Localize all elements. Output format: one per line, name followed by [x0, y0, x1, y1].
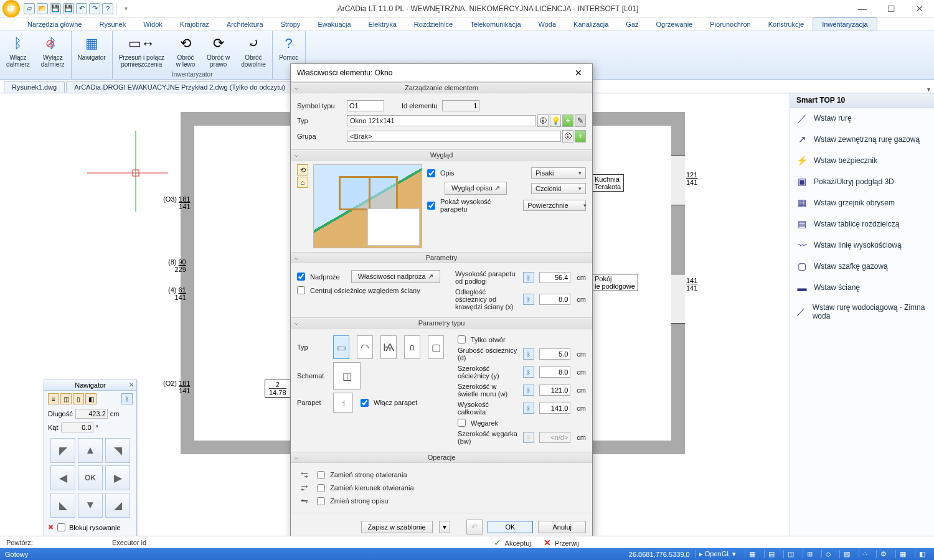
smart-item-9[interactable]: ／Wstaw rurę wodociągową - Zimna woda	[790, 298, 934, 325]
group-add-icon[interactable]: +	[575, 130, 586, 142]
status-icon-1[interactable]: ▦	[745, 550, 759, 558]
type-add-icon[interactable]: +	[562, 114, 573, 127]
nav-dir-s[interactable]: ▼	[78, 493, 103, 518]
lock-drawing-checkbox[interactable]	[57, 523, 65, 531]
help-button[interactable]: ? Pomoc	[275, 32, 303, 62]
opis-checkbox[interactable]	[427, 169, 435, 177]
sill-height-input[interactable]	[539, 272, 570, 283]
doc-tab-1[interactable]: Rysunek1.dwg	[4, 81, 65, 93]
preview-mode-3d-icon[interactable]: ⟲	[297, 164, 308, 175]
qat-undo-icon[interactable]: ↶	[76, 3, 87, 14]
lintel-checkbox[interactable]	[297, 273, 305, 281]
win-type-3[interactable]: Ѩ	[380, 335, 397, 359]
qat-print-icon[interactable]: 💾	[63, 3, 74, 14]
dialog-close-icon[interactable]: ✕	[571, 68, 586, 78]
smart-item-4[interactable]: ▦Wstaw grzejnik obrysem	[790, 192, 934, 213]
rotate-free-button[interactable]: ⤾ Obróćdowolnie	[237, 32, 269, 69]
ok-button[interactable]: OK	[488, 521, 534, 533]
window-schema-thumb[interactable]: ◫	[333, 362, 361, 390]
menu-stropy[interactable]: Stropy	[272, 18, 309, 30]
desc-appearance-button[interactable]: Wygląd opisu ↗	[445, 182, 507, 195]
group-info-icon[interactable]: 🛈	[562, 130, 573, 142]
enable-rangefinder-button[interactable]: ᛒ Włączdalmierz	[2, 32, 34, 69]
rotate-right-button[interactable]: ⟳ Obróć wprawo	[203, 32, 234, 69]
section-parameters[interactable]: ⌵Parametry	[291, 253, 592, 263]
win-type-5[interactable]: ▢	[428, 335, 444, 359]
menu-architektura[interactable]: Architektura	[218, 18, 272, 30]
nav-dir-ne[interactable]: ◥	[105, 438, 130, 463]
smart-item-3[interactable]: ▣Pokaż/Ukryj podgląd 3D	[790, 171, 934, 192]
length-input[interactable]	[75, 409, 108, 419]
menu-piorunochron[interactable]: Piorunochron	[701, 18, 759, 30]
preview-mode-home-icon[interactable]: ⌂	[297, 177, 308, 188]
qat-help-icon[interactable]: ?	[102, 3, 113, 14]
smart-item-5[interactable]: ▤Wstaw tablicę rozdzielczą	[790, 213, 934, 235]
nav-dir-se[interactable]: ◢	[105, 493, 130, 518]
total-height-input[interactable]	[539, 403, 570, 414]
section-element-mgmt[interactable]: ⌵Zarządzanie elementem	[291, 83, 592, 93]
link-icon[interactable]: ᛒ	[523, 294, 534, 305]
accept-link[interactable]: Akceptuj	[505, 539, 531, 547]
pens-dropdown[interactable]: Pisaki	[531, 167, 586, 179]
menu-gaz[interactable]: Gaz	[617, 18, 647, 30]
status-icon-5[interactable]: ◇	[821, 550, 834, 558]
smart-item-2[interactable]: ⚡Wstaw bezpiecznik	[790, 150, 934, 171]
nav-dir-e[interactable]: ▶	[105, 465, 130, 490]
minimize-button[interactable]: —	[848, 0, 877, 17]
smart-item-7[interactable]: ▢Wstaw szafkę gazową	[790, 256, 934, 277]
only-opening-checkbox[interactable]	[458, 335, 466, 343]
center-frame-checkbox[interactable]	[297, 286, 305, 294]
menu-elektryka[interactable]: Elektryka	[360, 18, 405, 30]
menu-ogrzewanie[interactable]: Ogrzewanie	[648, 18, 702, 30]
swap-open-side-checkbox[interactable]	[317, 471, 325, 479]
qat-redo-icon[interactable]: ↷	[89, 3, 100, 14]
qat-new-icon[interactable]: ▱	[24, 3, 35, 14]
menu-krajobraz[interactable]: Krajobraz	[171, 18, 218, 30]
nav-dir-n[interactable]: ▲	[78, 438, 103, 463]
status-icon-10[interactable]: ◧	[915, 550, 929, 558]
menu-widok[interactable]: Widok	[134, 18, 171, 30]
enable-sill-checkbox[interactable]	[361, 399, 369, 407]
qat-save-icon[interactable]: 💾	[50, 3, 61, 14]
cancel-button[interactable]: Anuluj	[538, 521, 586, 533]
win-type-4[interactable]: ⩍	[404, 335, 420, 359]
menu-rozdzielnice[interactable]: Rozdzielnice	[405, 18, 461, 30]
sill-thumb[interactable]: ⫞	[333, 393, 353, 413]
doc-tab-2[interactable]: ArCADia-DROGI EWAKUACYJNE Przykład 2.dwg…	[66, 81, 293, 93]
save-template-dropdown[interactable]: ▾	[439, 521, 450, 533]
nav-ok-button[interactable]: OK	[78, 465, 103, 490]
menu-konstrukcje[interactable]: Konstrukcje	[760, 18, 813, 30]
smart-item-8[interactable]: ▬Wstaw ścianę	[790, 277, 934, 298]
move-join-rooms-button[interactable]: ▭↔ Przesuń i połączpomieszczenia	[115, 32, 168, 69]
fonts-dropdown[interactable]: Czcionki	[531, 183, 586, 194]
reveal-checkbox[interactable]	[458, 419, 466, 427]
nav-bluetooth-icon[interactable]: ᛒ	[121, 393, 133, 404]
win-type-1[interactable]: ▭	[333, 335, 349, 359]
smart-item-1[interactable]: ↗Wstaw zewnętrzną rurę gazową	[790, 129, 934, 150]
show-sill-height-checkbox[interactable]	[427, 202, 435, 210]
tabs-dropdown-icon[interactable]: ▾	[927, 86, 930, 93]
frame-width-input[interactable]	[539, 366, 570, 378]
status-icon-3[interactable]: ◫	[783, 550, 798, 558]
frame-offset-input[interactable]	[539, 294, 570, 305]
navigator-button[interactable]: ▦ Nawigator	[74, 32, 110, 62]
status-icon-8[interactable]: ⚙	[876, 550, 890, 558]
nav-dir-nw[interactable]: ◤	[50, 438, 75, 463]
status-icon-6[interactable]: ▧	[839, 550, 854, 558]
section-type-parameters[interactable]: ⌵Parametry typu	[291, 318, 592, 329]
type-select[interactable]: Okno 121x141	[347, 115, 536, 126]
menu-telekomunikacja[interactable]: Telekomunikacja	[461, 18, 529, 30]
undo-dialog-icon[interactable]: ↶	[466, 520, 483, 534]
swap-open-dir-checkbox[interactable]	[317, 484, 325, 492]
navigator-close-icon[interactable]: ✕	[129, 381, 134, 388]
menu-narzędzia-główne[interactable]: Narzędzia główne	[19, 18, 90, 30]
nav-mode-4[interactable]: ◧	[85, 393, 97, 404]
smart-item-6[interactable]: 〰Wstaw linię wysokościową	[790, 235, 934, 256]
group-select[interactable]: <Brak>	[347, 131, 561, 142]
smart-item-0[interactable]: ／Wstaw rurę	[790, 108, 934, 129]
status-icon-4[interactable]: ⊞	[803, 550, 816, 558]
symbol-input[interactable]	[347, 100, 384, 111]
menu-woda[interactable]: Woda	[530, 18, 565, 30]
win-type-2[interactable]: ◠	[357, 335, 373, 359]
clear-width-input[interactable]	[539, 385, 570, 396]
